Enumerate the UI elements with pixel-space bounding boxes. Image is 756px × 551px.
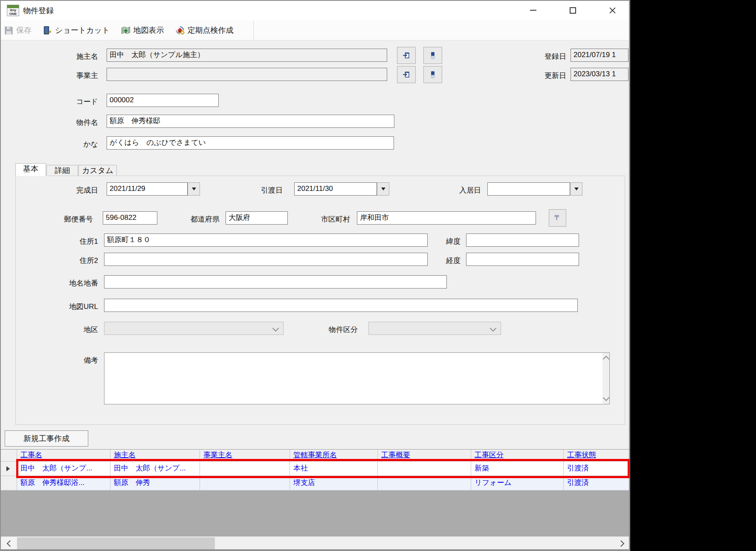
cell-summary[interactable] [378, 462, 471, 476]
owner-picker-button[interactable] [397, 47, 416, 64]
cell-owner-name[interactable]: 額原 伸秀 [110, 476, 200, 490]
cell-category[interactable]: リフォーム [471, 476, 564, 490]
postal-code-field[interactable]: 596-0822 [103, 211, 157, 225]
tab-basic[interactable]: 基本 [15, 163, 46, 176]
notes-textarea[interactable] [104, 352, 610, 404]
column-header-construction-name[interactable]: 工事名 [17, 450, 110, 462]
handover-date-dropdown-button[interactable] [377, 182, 389, 196]
maximize-button[interactable] [563, 3, 582, 17]
eraser-icon [429, 71, 436, 78]
kana-field[interactable]: がくはら のぶひでさまてい [107, 136, 394, 150]
column-header-office-name[interactable]: 管轄事業所名 [290, 450, 378, 462]
periodic-inspection-button[interactable]: 定期点検作成 [175, 25, 234, 35]
property-category-combobox[interactable] [368, 322, 501, 335]
column-header-status[interactable]: 工事状態 [564, 450, 629, 462]
scroll-left-button[interactable] [1, 537, 17, 549]
longitude-field[interactable] [466, 253, 579, 266]
registered-date-label: 登録日 [525, 52, 566, 61]
movein-date-dropdown-button[interactable] [570, 182, 582, 196]
postal-code-label: 郵便番号 [50, 214, 93, 224]
grid-header-row: 工事名 施主名 事業主名 管轄事業所名 工事概要 工事区分 工事状態 [1, 450, 629, 462]
prefecture-field[interactable]: 大阪府 [226, 211, 288, 225]
tab-detail[interactable]: 詳細 [46, 165, 78, 176]
periodic-inspection-label: 定期点検作成 [188, 25, 234, 35]
latitude-label: 緯度 [431, 237, 461, 246]
window-title: 物件登録 [23, 6, 54, 16]
cell-status[interactable]: 引渡済 [564, 462, 629, 476]
shortcut-label: ショートカット [55, 25, 110, 35]
cell-status[interactable]: 引渡済 [564, 476, 629, 490]
cell-owner-name[interactable]: 田中 太郎（サンプ... [110, 462, 200, 476]
chevron-right-icon [618, 540, 625, 547]
business-owner-field[interactable] [107, 68, 387, 81]
scrollbar-thumb[interactable] [17, 537, 215, 549]
business-picker-button[interactable] [397, 66, 416, 83]
save-icon [4, 26, 13, 35]
inspection-icon [175, 26, 185, 35]
dropdown-arrow-icon [381, 188, 385, 190]
movein-date-field[interactable] [487, 182, 570, 196]
column-header-category[interactable]: 工事区分 [471, 450, 564, 462]
cell-category[interactable]: 新築 [471, 462, 564, 476]
business-clear-button[interactable] [423, 66, 442, 83]
business-owner-label: 事業主 [43, 71, 98, 81]
map-icon [121, 26, 130, 35]
lot-number-label: 地名地番 [47, 278, 98, 288]
maximize-icon [570, 7, 576, 14]
handover-date-field[interactable]: 2021/11/30 [294, 182, 377, 196]
table-row[interactable]: 田中 太郎（サンプ... 田中 太郎（サンプ... 本社 新築 引渡済 [1, 462, 629, 476]
eraser-icon [429, 52, 436, 59]
column-header-owner-name[interactable]: 施主名 [110, 450, 200, 462]
save-button[interactable]: 保存 [4, 25, 32, 35]
grid-empty-area [1, 490, 629, 537]
property-registration-window: Any ONE 物件登録 [0, 0, 630, 551]
cell-office-name[interactable]: 堺支店 [290, 476, 378, 490]
completion-date-dropdown-button[interactable] [188, 182, 200, 196]
latitude-field[interactable] [466, 234, 579, 247]
close-button[interactable] [602, 3, 622, 17]
cell-construction-name[interactable]: 田中 太郎（サンプ... [17, 462, 110, 476]
completion-date-field[interactable]: 2021/11/29 [107, 182, 188, 196]
scroll-up-icon[interactable] [603, 356, 610, 363]
column-header-summary[interactable]: 工事概要 [378, 450, 471, 462]
minimize-icon [530, 10, 536, 11]
tab-custom[interactable]: カスタム [78, 165, 117, 176]
cell-summary[interactable] [378, 476, 471, 490]
logo-line2: ONE [7, 12, 19, 16]
city-field[interactable]: 岸和田市 [357, 211, 536, 225]
scroll-right-button[interactable] [616, 537, 629, 549]
dropdown-arrow-icon [574, 188, 579, 190]
kana-label: かな [43, 139, 98, 149]
notes-scrollbar[interactable] [602, 353, 609, 404]
cell-office-name[interactable]: 本社 [290, 462, 378, 476]
address2-field[interactable] [104, 253, 428, 266]
property-category-label: 物件区分 [315, 325, 358, 335]
postal-lookup-button[interactable]: 〒 [549, 209, 566, 227]
property-name-label: 物件名 [43, 118, 98, 127]
table-row[interactable]: 額原 伸秀様邸浴... 額原 伸秀 堺支店 リフォーム 引渡済 [1, 476, 629, 490]
address1-field[interactable]: 額原町１８０ [104, 234, 428, 247]
scroll-down-icon[interactable] [603, 395, 610, 401]
grid-corner-cell [1, 450, 17, 462]
map-display-button[interactable]: 地図表示 [121, 25, 164, 35]
updated-date-label: 更新日 [525, 71, 566, 81]
district-combobox[interactable] [104, 322, 284, 335]
minimize-button[interactable] [523, 3, 543, 17]
owner-name-label: 施主名 [43, 52, 98, 61]
new-construction-button[interactable]: 新規工事作成 [5, 430, 88, 447]
longitude-label: 経度 [431, 256, 461, 265]
shortcut-button[interactable]: ショートカット [43, 25, 110, 35]
owner-name-field[interactable]: 田中 太郎（サンプル施主） [107, 49, 387, 62]
horizontal-scrollbar[interactable] [1, 537, 629, 549]
shortcut-icon [43, 26, 52, 35]
property-name-field[interactable]: 額原 伸秀様邸 [107, 115, 394, 128]
column-header-business-name[interactable]: 事業主名 [200, 450, 290, 462]
prefecture-label: 都道府県 [177, 214, 220, 224]
lot-number-field[interactable] [104, 275, 447, 288]
owner-clear-button[interactable] [423, 47, 442, 64]
cell-business-name[interactable] [200, 462, 290, 476]
code-field[interactable]: 000002 [107, 94, 219, 107]
cell-construction-name[interactable]: 額原 伸秀様邸浴... [17, 476, 110, 490]
cell-business-name[interactable] [200, 476, 290, 490]
map-url-field[interactable] [104, 299, 578, 312]
